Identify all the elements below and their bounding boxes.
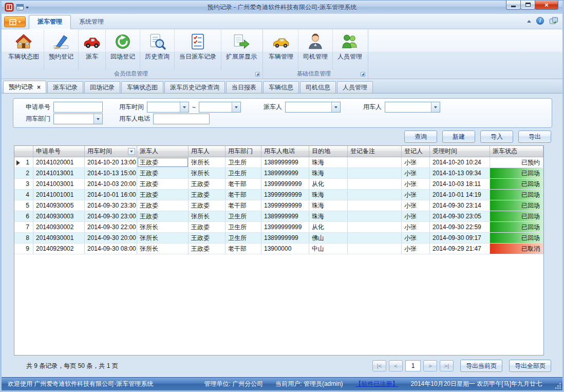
cell-use-time[interactable]: 2014-10-03 20:00 <box>85 179 137 189</box>
column-header-department[interactable]: 用车部门 <box>225 146 261 157</box>
column-header-registrar[interactable]: 登记人 <box>402 146 430 157</box>
cell-remark[interactable] <box>348 157 402 167</box>
import-button[interactable]: 导入 <box>480 130 513 143</box>
column-header-indicator[interactable] <box>14 146 33 157</box>
query-button[interactable]: 查询 <box>404 130 437 143</box>
cell-user[interactable]: 张所长 <box>189 168 225 178</box>
cell-status[interactable]: 已回场 <box>490 179 543 189</box>
row-indicator-cell[interactable]: 1 <box>14 157 33 167</box>
cell-accept-time[interactable]: 2014-09-30 22:59 <box>430 222 490 232</box>
cell-user[interactable]: 张所长 <box>189 157 225 167</box>
cell-use-time[interactable]: 2014-09-30 20:00 <box>85 233 137 243</box>
chevron-down-icon[interactable] <box>180 102 189 112</box>
ribbon-button-today-dispatch-record[interactable]: 当日派车记录 <box>175 30 221 70</box>
ribbon-button-return-register[interactable]: 回场登记 <box>106 30 140 70</box>
row-indicator-cell[interactable]: 6 <box>14 211 33 221</box>
cell-phone[interactable]: 1389999999 <box>261 211 309 221</box>
cell-dispatcher[interactable]: 王政委 <box>137 190 189 200</box>
cell-remark[interactable] <box>348 190 402 200</box>
group-dialog-launcher-icon[interactable] <box>255 72 260 77</box>
last-page-button[interactable]: >| <box>440 360 454 371</box>
export-current-page-button[interactable]: 导出当前页 <box>460 360 502 372</box>
cell-accept-time[interactable]: 2014-10-01 14:19 <box>430 190 490 200</box>
minimize-button[interactable] <box>506 0 521 10</box>
cell-registrar[interactable]: 小张 <box>402 168 430 178</box>
doc-tab-3[interactable]: 车辆状态图 <box>121 81 163 93</box>
doc-tab-1[interactable]: 派车记录 <box>47 81 83 93</box>
column-header-status[interactable]: 派车状态 <box>490 146 543 157</box>
row-indicator-cell[interactable]: 7 <box>14 222 33 232</box>
doc-tab-8[interactable]: 人员管理 <box>337 81 373 93</box>
cell-destination[interactable]: 从化 <box>309 179 348 189</box>
phone-input[interactable] <box>153 114 210 124</box>
doc-tab-5[interactable]: 当日报表 <box>226 81 262 93</box>
cell-dispatcher[interactable]: 张所长 <box>137 233 189 243</box>
ribbon-button-dispatch-car[interactable]: 派车 <box>79 30 106 70</box>
cell-application-no[interactable]: 20140929002 <box>33 244 85 254</box>
cell-user[interactable]: 王政委 <box>189 200 225 211</box>
cell-dispatcher[interactable]: 张所长 <box>137 222 189 232</box>
column-header-user[interactable]: 用车人 <box>189 146 225 157</box>
cell-registrar[interactable]: 小张 <box>402 200 430 211</box>
ribbon-button-reservation-register[interactable]: 预约登记 <box>44 30 79 70</box>
cell-remark[interactable] <box>348 244 402 254</box>
chevron-down-icon[interactable] <box>232 102 240 112</box>
cell-remark[interactable] <box>348 211 402 221</box>
cell-dispatcher[interactable]: 张所长 <box>137 244 189 254</box>
cell-registrar[interactable]: 小张 <box>402 222 430 232</box>
cell-application-no[interactable]: 20141003001 <box>33 179 85 189</box>
chevron-down-icon[interactable] <box>93 114 102 124</box>
row-indicator-cell[interactable]: 2 <box>14 168 33 178</box>
ribbon-tab-1[interactable]: 系统管理 <box>71 15 112 29</box>
cell-destination[interactable]: 珠海 <box>309 211 348 221</box>
cell-accept-time[interactable]: 2014-09-30 23:05 <box>430 211 490 221</box>
cell-destination[interactable]: 珠海 <box>309 157 348 167</box>
cell-department[interactable]: 卫生所 <box>225 168 261 178</box>
cell-remark[interactable] <box>348 200 402 211</box>
doc-tab-7[interactable]: 司机信息 <box>300 81 336 93</box>
cell-application-no[interactable]: 20140930002 <box>33 222 85 232</box>
switch-window-icon[interactable] <box>549 17 558 25</box>
table-row[interactable]: 5201409300052014-09-30 23:30王政委王政委老干部139… <box>14 200 543 211</box>
cell-use-time[interactable]: 2014-10-01 16:00 <box>85 190 137 200</box>
cell-accept-time[interactable]: 2014-09-29 21:47 <box>430 244 490 254</box>
cell-registrar[interactable]: 小张 <box>402 233 430 243</box>
cell-destination[interactable]: 珠海 <box>309 200 348 211</box>
cell-status[interactable]: 已回场 <box>490 222 543 232</box>
chevron-down-icon[interactable] <box>431 102 440 112</box>
cell-application-no[interactable]: 20141013001 <box>33 168 85 178</box>
dispatcher-combo[interactable] <box>285 102 341 113</box>
cell-department[interactable]: 卫生所 <box>225 211 261 221</box>
cell-user[interactable]: 王政委 <box>189 179 225 189</box>
user-combo[interactable] <box>385 102 440 113</box>
export-button[interactable]: 导出 <box>518 130 551 143</box>
table-row[interactable]: 7201409300022014-09-30 22:00张所长王政委卫生所139… <box>14 222 543 233</box>
doc-tab-6[interactable]: 车辆信息 <box>263 81 299 93</box>
department-combo[interactable] <box>53 114 103 124</box>
cell-status[interactable]: 已回场 <box>490 168 543 178</box>
cell-accept-time[interactable]: 2014-10-03 18:11 <box>430 179 490 189</box>
cell-user[interactable]: 王政委 <box>189 233 225 243</box>
page-number-input[interactable] <box>405 360 421 371</box>
cell-department[interactable]: 老干部 <box>225 200 261 211</box>
cell-status[interactable]: 已取消 <box>490 244 543 254</box>
cell-dispatcher[interactable]: 王政委 <box>137 157 189 167</box>
column-header-remark[interactable]: 登记备注 <box>348 146 402 157</box>
cell-department[interactable]: 卫生所 <box>225 222 261 232</box>
cell-use-time[interactable]: 2014-09-30 23:00 <box>85 211 137 221</box>
cell-accept-time[interactable]: 2014-10-20 10:24 <box>430 157 490 167</box>
cell-use-time[interactable]: 2014-09-30 08:00 <box>85 244 137 254</box>
cell-department[interactable]: 卫生所 <box>225 233 261 243</box>
doc-tab-4[interactable]: 派车历史记录查询 <box>164 81 225 93</box>
cell-phone[interactable]: 13999999999 <box>261 222 309 232</box>
cell-status[interactable]: 已回场 <box>490 190 543 200</box>
column-header-phone[interactable]: 用车人电话 <box>261 146 309 157</box>
table-row[interactable]: 1201410200012014-10-20 13:00王政委张所长卫生所138… <box>14 157 543 168</box>
cell-phone[interactable]: 1389999999 <box>261 157 309 167</box>
table-row[interactable]: 9201409290022014-09-30 08:00张所长王政委老干部139… <box>14 244 543 254</box>
cell-accept-time[interactable]: 2014-09-30 09:17 <box>430 233 490 243</box>
table-row[interactable]: 4201410010012014-10-01 16:00王政委王政委老干部139… <box>14 190 543 200</box>
column-header-application-no[interactable]: 申请单号 <box>33 146 85 157</box>
cell-user[interactable]: 王政委 <box>189 222 225 232</box>
cell-registrar[interactable]: 小张 <box>402 179 430 189</box>
